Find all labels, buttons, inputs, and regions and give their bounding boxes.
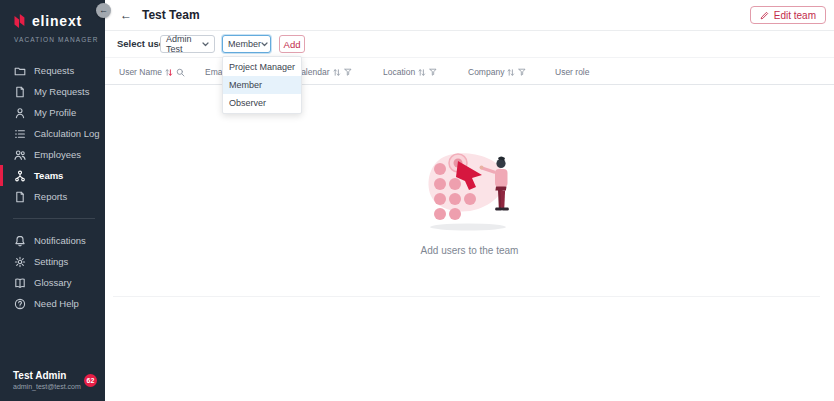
add-users-illustration: [416, 148, 524, 236]
brand-name: elinext: [32, 13, 82, 29]
role-select-value: Member: [228, 39, 261, 49]
hierarchy-icon: [14, 170, 26, 182]
brand-logo: elinext: [0, 0, 105, 29]
sidebar-item-notifications[interactable]: Notifications: [0, 230, 105, 251]
question-icon: [14, 298, 26, 310]
filter-icon[interactable]: [518, 68, 526, 76]
column-header-user-role: User role: [555, 58, 589, 86]
sidebar-item-glossary[interactable]: Glossary: [0, 272, 105, 293]
sort-icon[interactable]: [507, 68, 515, 77]
brand-tagline: VACATION MANAGER: [14, 36, 105, 43]
elinext-logo-icon: [13, 13, 26, 29]
sidebar-item-label: Employees: [34, 149, 81, 160]
column-header-location: Location: [383, 58, 437, 86]
sidebar-item-label: Need Help: [34, 298, 79, 309]
column-label: Location: [383, 67, 415, 77]
sidebar-item-need-help[interactable]: Need Help: [0, 293, 105, 314]
filter-icon[interactable]: [344, 68, 352, 76]
page-title: Test Team: [142, 8, 200, 22]
sidebar-item-label: My Requests: [34, 86, 89, 97]
add-button[interactable]: Add: [279, 35, 305, 53]
role-dropdown-menu: Project Manager Member Observer: [222, 56, 302, 114]
column-header-calendar: Calendar: [295, 58, 352, 86]
sort-icon[interactable]: [333, 68, 341, 77]
sidebar-item-reports[interactable]: Reports: [0, 186, 105, 207]
list-icon: [14, 128, 26, 140]
edit-team-label: Edit team: [774, 10, 816, 21]
sidebar-collapse-button[interactable]: ←: [96, 3, 111, 18]
sort-icon[interactable]: [165, 68, 173, 77]
sidebar-item-label: Teams: [34, 170, 63, 181]
empty-state-message: Add users to the team: [421, 245, 519, 256]
sidebar-divider: [13, 218, 95, 219]
sidebar-item-label: Glossary: [34, 277, 71, 288]
user-name: Test Admin: [13, 370, 81, 381]
dropdown-option-project-manager[interactable]: Project Manager: [223, 58, 301, 76]
sidebar-secondary-nav: Notifications Settings Glossary Need Hel…: [0, 230, 105, 314]
sidebar-item-label: Settings: [34, 256, 68, 267]
chevron-down-icon: [202, 42, 209, 47]
sidebar-item-my-profile[interactable]: My Profile: [0, 102, 105, 123]
content-bottom-divider: [113, 296, 820, 297]
dropdown-option-member[interactable]: Member: [223, 76, 301, 94]
sidebar-item-label: Notifications: [34, 235, 86, 246]
filter-icon[interactable]: [429, 68, 437, 76]
edit-team-button[interactable]: Edit team: [750, 6, 826, 24]
bell-icon: [14, 235, 26, 247]
column-header-user-name: User Name: [119, 58, 185, 86]
sidebar-item-teams[interactable]: Teams: [0, 165, 105, 186]
column-label: User role: [555, 67, 589, 77]
sidebar-user-profile[interactable]: Test Admin admin_test@test.com 62: [13, 370, 97, 390]
sidebar-item-employees[interactable]: Employees: [0, 144, 105, 165]
pencil-icon: [760, 11, 769, 20]
sidebar: elinext VACATION MANAGER Requests My Req…: [0, 0, 105, 401]
gear-icon: [14, 256, 26, 268]
sidebar-item-calculation-log[interactable]: Calculation Log: [0, 123, 105, 144]
file-icon: [14, 86, 26, 98]
add-user-toolbar: Select user Admin Test Member Add: [105, 31, 834, 57]
user-select[interactable]: Admin Test: [160, 35, 215, 53]
user-select-value: Admin Test: [166, 34, 202, 54]
search-icon[interactable]: [176, 68, 185, 77]
column-label: Company: [468, 67, 504, 77]
table-header-row: User Name Email Calendar Location: [105, 57, 834, 85]
notification-count-badge: 62: [84, 374, 97, 387]
sidebar-item-label: Calculation Log: [34, 128, 100, 139]
dropdown-option-observer[interactable]: Observer: [223, 94, 301, 112]
sort-icon[interactable]: [418, 68, 426, 77]
column-label: User Name: [119, 67, 162, 77]
sidebar-item-label: Requests: [34, 65, 74, 76]
sidebar-item-my-requests[interactable]: My Requests: [0, 81, 105, 102]
user-icon: [14, 107, 26, 119]
sidebar-item-label: My Profile: [34, 107, 76, 118]
user-email: admin_test@test.com: [13, 383, 81, 390]
column-header-company: Company: [468, 58, 526, 86]
role-select[interactable]: Member: [222, 35, 271, 53]
book-icon: [14, 277, 26, 289]
report-icon: [14, 191, 26, 203]
back-button[interactable]: ←: [120, 8, 132, 22]
user-info: Test Admin admin_test@test.com: [13, 370, 81, 390]
page-header: ← Test Team Edit team: [105, 0, 834, 31]
sidebar-item-label: Reports: [34, 191, 67, 202]
empty-state: Add users to the team: [105, 148, 834, 256]
folder-icon: [14, 65, 26, 77]
sidebar-item-requests[interactable]: Requests: [0, 60, 105, 81]
chevron-down-icon: [261, 42, 268, 47]
people-icon: [14, 149, 26, 161]
sidebar-main-nav: Requests My Requests My Profile Calculat…: [0, 60, 105, 207]
sidebar-item-settings[interactable]: Settings: [0, 251, 105, 272]
main-content: ← Test Team Edit team Select user Admin …: [105, 0, 834, 401]
